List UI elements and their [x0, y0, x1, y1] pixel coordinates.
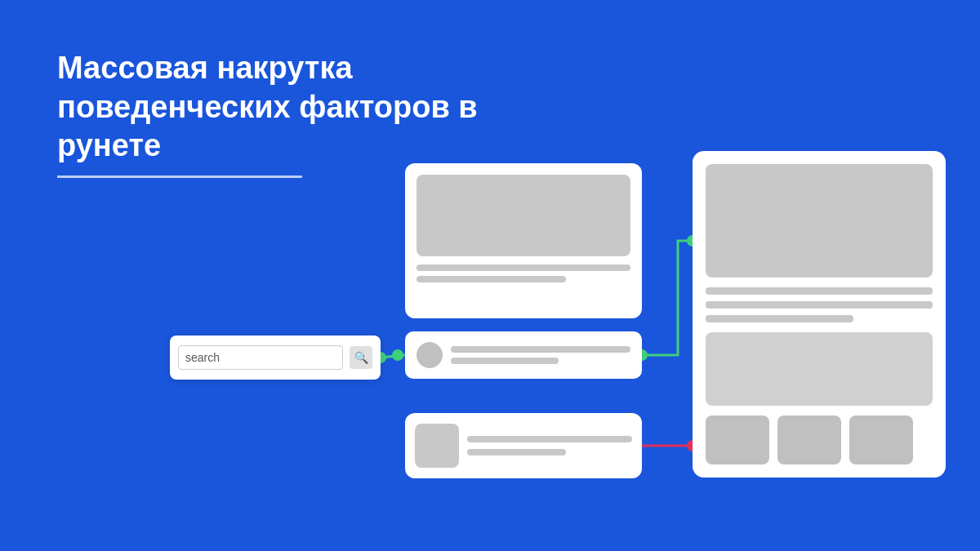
card-text-lines — [416, 264, 630, 282]
big-card-thumb-1 — [706, 415, 769, 464]
result-card-bottom — [405, 413, 642, 478]
big-card-thumbs — [706, 415, 933, 464]
card-bottom-line-2 — [467, 449, 566, 455]
serp-avatar — [416, 342, 443, 368]
big-card-section — [706, 332, 933, 406]
serp-bar-lines — [451, 346, 630, 364]
card-text-line-2 — [416, 276, 566, 282]
svg-line-0 — [381, 355, 405, 358]
title-block: Массовая накрутка поведенческих факторов… — [57, 49, 482, 178]
card-bottom-lines — [467, 436, 632, 455]
search-input[interactable] — [178, 345, 343, 370]
big-card-line-2 — [706, 301, 933, 309]
big-card-text-lines — [706, 287, 933, 322]
serp-bar-line-2 — [451, 358, 559, 364]
big-card-thumb-3 — [849, 415, 913, 464]
search-bar: 🔍 — [170, 335, 381, 380]
page-title: Массовая накрутка поведенческих факторов… — [57, 49, 482, 166]
big-card-line-1 — [706, 287, 933, 295]
search-icon-button[interactable]: 🔍 — [350, 346, 372, 369]
serp-result-bar — [405, 331, 642, 379]
card-image — [416, 175, 630, 256]
big-result-card — [693, 151, 946, 478]
big-card-thumb-2 — [777, 415, 841, 464]
search-icon: 🔍 — [354, 351, 368, 364]
card-thumbnail — [415, 424, 459, 468]
serp-bar-line-1 — [451, 346, 630, 353]
result-card-top — [405, 163, 642, 318]
svg-point-2 — [392, 349, 403, 361]
title-underline — [57, 176, 302, 178]
big-card-image — [706, 164, 933, 278]
card-text-line-1 — [416, 264, 630, 271]
big-card-line-3 — [706, 315, 853, 322]
card-bottom-line-1 — [467, 436, 632, 442]
